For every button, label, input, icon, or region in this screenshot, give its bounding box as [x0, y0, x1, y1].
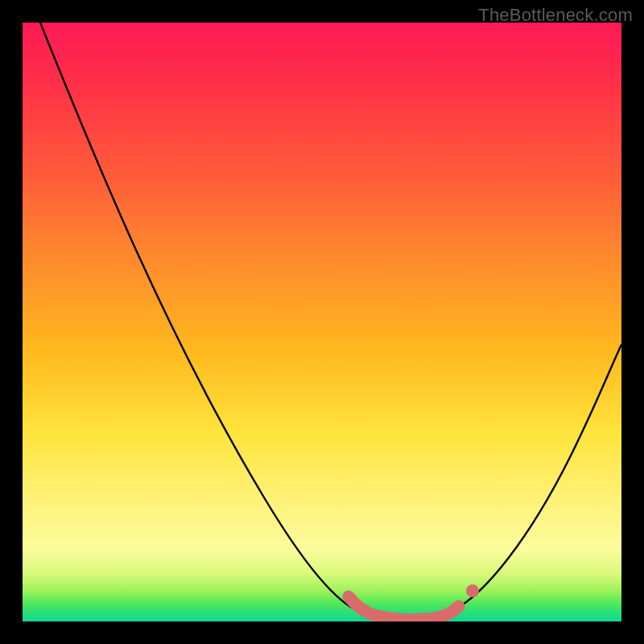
bottleneck-curve	[40, 23, 621, 618]
flat-bottom-highlight	[349, 597, 459, 619]
chart-frame: TheBottleneck.com	[0, 0, 644, 644]
highlight-dot-icon	[466, 584, 479, 597]
chart-plot-area	[23, 23, 621, 621]
bottleneck-curve-svg	[23, 23, 621, 621]
watermark-label: TheBottleneck.com	[478, 5, 633, 26]
